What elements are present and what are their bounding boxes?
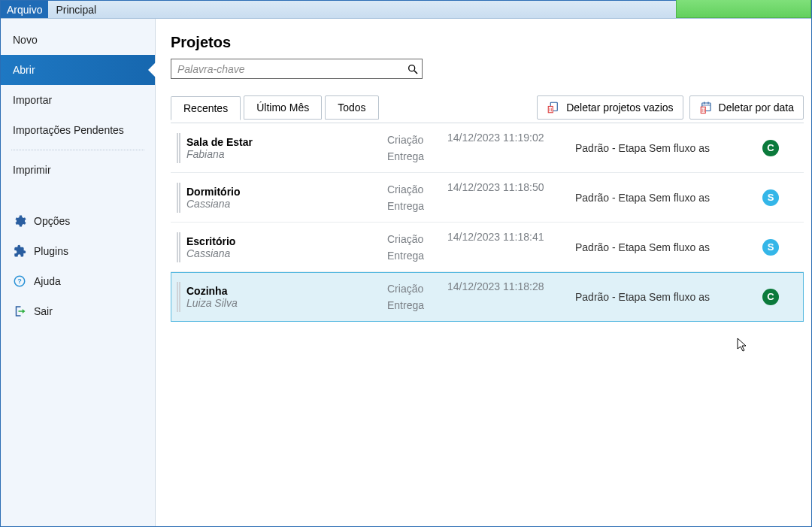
sidebar-item-sair[interactable]: Sair [1, 296, 155, 326]
button-label: Deletar por data [719, 101, 794, 114]
tab-recentes[interactable]: Recentes [171, 96, 241, 120]
project-owner: Cassiana [186, 247, 235, 259]
project-date-labels: Criação Entrega [387, 183, 447, 212]
exit-icon [13, 304, 26, 318]
page-title: Projetos [171, 34, 804, 51]
sidebar-item-label: Abrir [13, 64, 35, 76]
sidebar-item-abrir[interactable]: Abrir [1, 55, 155, 85]
svg-rect-5 [548, 107, 553, 113]
ribbon-tab-file[interactable]: Arquivo [1, 1, 48, 18]
project-name: Escritório [186, 235, 235, 247]
sidebar-item-plugins[interactable]: Plugins [1, 236, 155, 266]
svg-line-3 [414, 71, 417, 74]
project-created-date: 14/12/2023 11:19:02 [447, 123, 575, 144]
project-flow: Padrão - Etapa Sem fluxo as [575, 241, 748, 253]
project-flow: Padrão - Etapa Sem fluxo as [575, 142, 748, 154]
sidebar-item-label: Imprimir [13, 164, 51, 176]
sidebar-item-importacoes-pendentes[interactable]: Importações Pendentes [1, 115, 155, 145]
drag-handle-icon[interactable] [177, 282, 180, 312]
project-date-labels: Criação Entrega [387, 134, 447, 162]
project-row[interactable]: Dormitório Cassiana Criação Entrega 14/1… [171, 173, 804, 223]
sidebar-item-label: Novo [13, 34, 38, 46]
sidebar: Novo Abrir Importar Importações Pendente… [1, 19, 156, 526]
search-icon [407, 63, 419, 75]
svg-point-2 [408, 65, 414, 71]
sidebar-item-novo[interactable]: Novo [1, 25, 155, 55]
puzzle-icon [13, 244, 26, 258]
drag-handle-icon[interactable] [177, 133, 180, 163]
button-label: Deletar projetos vazios [566, 101, 673, 114]
sidebar-item-label: Importações Pendentes [13, 124, 124, 136]
project-owner: Cassiana [186, 198, 241, 210]
project-date-labels: Criação Entrega [387, 283, 447, 311]
project-row[interactable]: Escritório Cassiana Criação Entrega 14/1… [171, 223, 804, 272]
status-badge: S [762, 189, 779, 206]
drag-handle-icon[interactable] [177, 232, 180, 262]
delete-by-date-button[interactable]: Deletar por data [689, 95, 804, 120]
tab-todos[interactable]: Todos [325, 95, 378, 120]
toolbar: Recentes Último Mês Todos Deletar projet… [171, 95, 804, 120]
project-name: Dormitório [186, 186, 241, 198]
project-list: Sala de Estar Fabiana Criação Entrega 14… [171, 123, 804, 519]
project-flow: Padrão - Etapa Sem fluxo as [575, 291, 748, 303]
status-badge: S [762, 239, 779, 256]
search-button[interactable] [404, 60, 421, 77]
status-badge: C [762, 289, 779, 305]
trash-page-icon [547, 101, 560, 114]
sidebar-item-importar[interactable]: Importar [1, 85, 155, 115]
sidebar-item-opcoes[interactable]: Opções [1, 206, 155, 236]
drag-handle-icon[interactable] [177, 183, 180, 213]
sidebar-item-label: Sair [34, 305, 53, 317]
project-created-date: 14/12/2023 11:18:41 [447, 223, 575, 243]
sidebar-separator [11, 150, 144, 150]
sidebar-item-label: Ajuda [34, 275, 61, 287]
status-badge: C [762, 140, 779, 156]
ribbon-tabs: Arquivo Principal [1, 1, 811, 19]
project-flow: Padrão - Etapa Sem fluxo as [575, 192, 748, 204]
sidebar-item-ajuda[interactable]: ? Ajuda [1, 266, 155, 296]
project-row[interactable]: Sala de Estar Fabiana Criação Entrega 14… [171, 123, 804, 173]
project-name: Sala de Estar [186, 136, 253, 148]
content-area: Projetos Recentes Último Mês Todos [156, 19, 811, 526]
search-wrap [171, 59, 423, 79]
sidebar-item-label: Plugins [34, 245, 68, 257]
ribbon-green-indicator [676, 0, 811, 18]
svg-rect-12 [701, 107, 705, 113]
project-created-date: 14/12/2023 11:18:28 [447, 272, 575, 292]
svg-text:?: ? [17, 277, 22, 285]
sidebar-item-label: Importar [13, 94, 52, 106]
project-owner: Fabiana [186, 148, 253, 160]
ribbon-tab-principal[interactable]: Principal [48, 1, 104, 18]
project-owner: Luiza Silva [186, 297, 238, 309]
delete-empty-projects-button[interactable]: Deletar projetos vazios [537, 95, 683, 120]
trash-calendar-icon [699, 101, 713, 114]
sidebar-item-label: Opções [34, 215, 70, 227]
gear-icon [13, 214, 26, 228]
project-row[interactable]: Cozinha Luiza Silva Criação Entrega 14/1… [171, 272, 804, 322]
project-name: Cozinha [186, 285, 238, 297]
sidebar-item-imprimir[interactable]: Imprimir [1, 155, 155, 185]
project-created-date: 14/12/2023 11:18:50 [447, 173, 575, 193]
help-icon: ? [13, 274, 26, 288]
search-input[interactable] [171, 59, 423, 79]
tab-ultimo-mes[interactable]: Último Mês [244, 95, 322, 120]
project-date-labels: Criação Entrega [387, 233, 447, 262]
filter-tabs: Recentes Último Mês Todos [171, 95, 379, 120]
